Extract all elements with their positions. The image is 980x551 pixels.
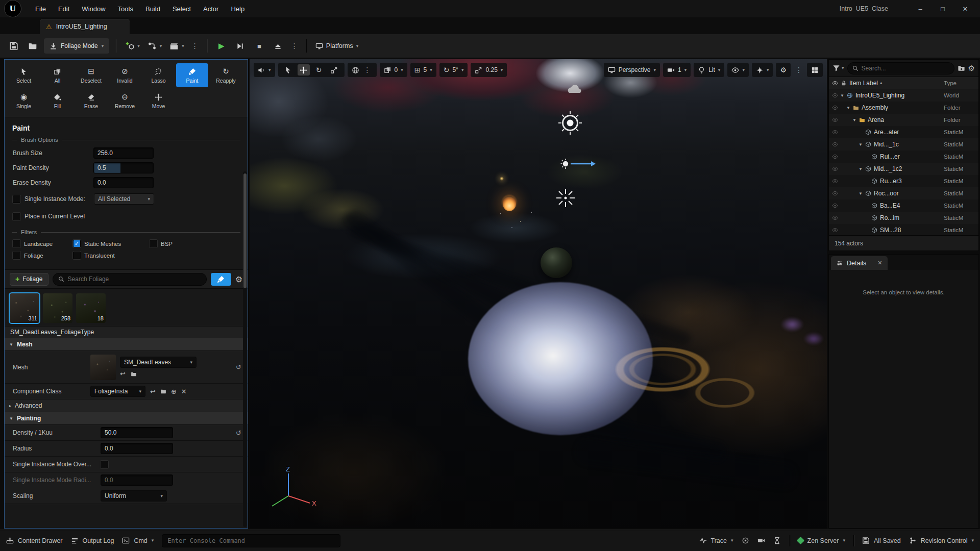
level-tab[interactable]: ⚠ IntroUE5_Lighting [40,19,130,34]
filter-translucent[interactable]: ✓Translucent [73,252,150,259]
menu-item-window[interactable]: Window [76,4,111,14]
tool-deselect-button[interactable]: ⊟Deselect [75,63,107,87]
console-command-input[interactable] [167,537,335,544]
menu-item-tools[interactable]: Tools [112,4,139,14]
camera-speed-button[interactable]: 1 ▾ [663,63,691,77]
single-instance-checkbox[interactable]: ✓ [13,195,20,203]
scaling-select[interactable]: Uniform ▾ [101,490,167,502]
menu-item-build[interactable]: Build [140,4,166,14]
foliage-type-thumbnail-3[interactable]: 18 [76,293,106,323]
maximize-viewport-button[interactable] [807,63,823,77]
outliner-row-actor[interactable]: SM...28 StaticM [829,224,978,235]
eye-icon[interactable] [832,154,838,160]
cinematics-button[interactable]: ▾ [167,38,186,54]
component-class-select[interactable]: FoliageInsta ▾ [90,386,145,397]
lock-column-icon[interactable] [841,80,847,86]
save-status-button[interactable]: All Saved [862,537,901,544]
filter-foliage[interactable]: ✓Foliage [13,252,73,259]
view-mode-selector[interactable]: Lit ▾ [694,63,724,77]
menu-item-edit[interactable]: Edit [53,4,75,14]
add-foliage-button[interactable]: + Foliage [10,273,48,286]
outliner-row-folder[interactable]: ▼ Assembly Folder [829,102,978,114]
eye-icon[interactable] [832,117,838,123]
outliner-row-folder[interactable]: ▼ Arena Folder [829,114,978,126]
scale-tool-button[interactable] [328,64,340,76]
foliage-search-input[interactable] [68,276,201,283]
expand-icon[interactable]: ▼ [852,118,859,122]
gear-icon[interactable]: ⚙ [235,274,242,284]
mesh-thumbnail[interactable] [90,355,116,380]
outliner-row-actor[interactable]: Ru...er3 StaticM [829,175,978,187]
stone-orb-prop[interactable] [541,247,572,278]
outliner-row-world[interactable]: ▼ IntroUE5_Lighting World [829,89,978,102]
eye-icon[interactable] [832,215,838,221]
item-label-column-header[interactable]: Item Label▴ [849,80,941,87]
foliage-type-thumbnail-2[interactable]: 258 [43,293,72,323]
use-selected-asset-icon[interactable]: ↩ [150,388,156,395]
eye-icon[interactable] [832,166,838,172]
mesh-select[interactable]: SM_DeadLeaves ▾ [120,357,197,368]
minimize-button[interactable]: – [910,5,931,13]
eye-icon[interactable] [832,190,838,196]
console-command-field[interactable] [162,534,340,547]
expand-icon[interactable]: ▼ [859,142,865,147]
viewport-options-menu[interactable]: ⋮ [794,66,804,74]
details-tab[interactable]: Details ✕ [831,256,888,270]
tool-erase-button[interactable]: Erase [75,89,107,113]
tool-select-button[interactable]: Select [8,63,40,87]
filter-landscape[interactable]: ✓Landscape [13,240,73,247]
level-viewport[interactable]: Z X ▾ ↻ ⋮ [250,59,827,529]
foliage-type-thumbnail-deadleaves[interactable]: 311 [10,293,39,323]
grid-snap-button[interactable]: ⊞ 5 ▾ [410,63,436,77]
cmd-dropdown[interactable]: Cmd ▾ [122,537,154,544]
editor-mode-dropdown[interactable]: Foliage Mode ▾ [44,38,109,54]
foliage-checkbox[interactable]: ✓ [13,252,20,259]
reset-to-default-icon[interactable]: ↺ [236,363,241,371]
outliner-row-actor[interactable]: Ro...im StaticM [829,212,978,224]
eye-icon[interactable] [832,141,838,147]
select-tool-button[interactable] [282,64,295,76]
outliner-row-actor[interactable]: Are...ater StaticM [829,126,978,138]
outliner-search-box[interactable] [847,62,954,74]
play-options-menu[interactable]: ⋮ [289,42,300,50]
brush-size-input[interactable] [93,147,154,159]
visibility-column-icon[interactable] [832,80,838,86]
static-meshes-checkbox[interactable]: ✓ [73,240,81,247]
paint-density-input[interactable] [93,162,154,173]
eye-icon[interactable] [832,227,838,233]
tool-single-button[interactable]: ◉Single [8,89,40,113]
outliner-add-button[interactable] [958,64,965,72]
tool-paint-button[interactable]: Paint [176,63,208,87]
foliage-panel-scrollbar[interactable] [243,171,247,527]
menu-item-help[interactable]: Help [225,4,250,14]
eye-icon[interactable] [832,129,838,135]
directional-light-gizmo-icon[interactable] [560,157,596,170]
type-column-header[interactable]: Type [944,80,975,86]
trace-dropdown[interactable]: Trace ▾ [699,537,733,544]
screenshot-button[interactable] [757,537,765,544]
maximize-button[interactable]: □ [932,5,953,13]
advanced-section-header[interactable]: ▸ Advanced [5,399,248,412]
menu-item-file[interactable]: File [30,4,52,14]
viewport-settings-button[interactable]: ⚙ [776,63,791,77]
scrollbar-thumb[interactable] [243,173,247,288]
foliage-search-box[interactable] [53,273,207,286]
outliner-settings-button[interactable]: ⚙ [968,64,975,73]
add-class-icon[interactable]: ⊕ [171,388,177,395]
surface-snapping-button[interactable]: 0 ▾ [380,63,407,77]
radius-input[interactable] [101,443,173,454]
single-instance-select[interactable]: All Selected ▾ [94,193,154,205]
translucent-checkbox[interactable]: ✓ [73,252,81,259]
point-light-gizmo-icon[interactable] [555,188,576,208]
background-tasks-button[interactable] [773,537,781,544]
expand-icon[interactable]: ▼ [859,191,865,196]
eye-icon[interactable] [832,92,838,98]
platforms-dropdown[interactable]: Platforms ▾ [313,38,360,54]
use-selected-asset-icon[interactable]: ↩ [120,370,126,378]
quick-add-button[interactable]: ▾ [123,38,142,54]
filter-static-meshes[interactable]: ✓Static Meshes [73,240,150,247]
expand-icon[interactable]: ▼ [846,106,852,110]
content-drawer-button[interactable]: Content Drawer [6,537,63,544]
insights-target-button[interactable] [742,537,749,544]
outliner-row-actor[interactable]: ▼ Roc...oor StaticM [829,187,978,199]
